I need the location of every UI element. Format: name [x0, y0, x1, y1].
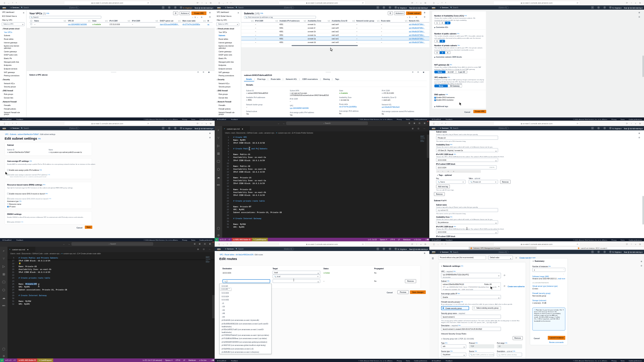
svg-text:aws: aws: [432, 251, 435, 253]
svg-text:aws: aws: [3, 6, 6, 9]
svg-text:aws: aws: [217, 248, 221, 250]
svg-text:aws: aws: [432, 127, 435, 129]
svg-text:aws: aws: [3, 127, 6, 129]
svg-text:aws: aws: [217, 6, 221, 9]
svg-text:aws: aws: [432, 6, 435, 9]
